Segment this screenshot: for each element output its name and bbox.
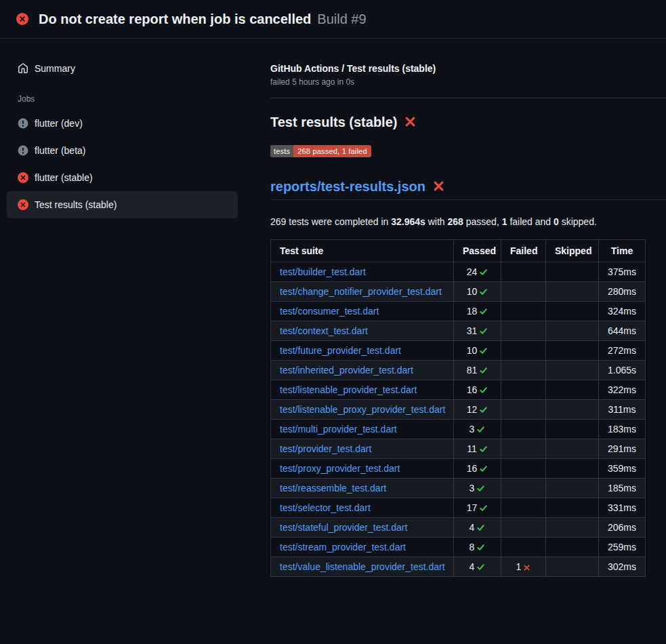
failed-cell — [501, 341, 546, 361]
table-row: test/proxy_provider_test.dart16359ms — [271, 459, 646, 479]
skipped-cell — [546, 498, 599, 518]
skipped-cell — [546, 538, 599, 557]
check-icon — [476, 484, 485, 493]
skipped-cell — [546, 262, 599, 282]
failed-cell — [501, 420, 546, 439]
summary-line: 269 tests were completed in 32.964s with… — [270, 216, 666, 227]
skipped-cell — [546, 557, 599, 577]
passed-cell: 4 — [454, 557, 501, 577]
sidebar-item-job[interactable]: flutter (dev) — [7, 110, 238, 137]
test-suite-link[interactable]: test/listenable_proxy_provider_test.dart — [280, 404, 445, 415]
time-cell: 259ms — [599, 538, 646, 557]
table-row: test/builder_test.dart24375ms — [271, 262, 646, 282]
test-suite-link[interactable]: test/context_test.dart — [280, 325, 368, 336]
failed-cell — [501, 262, 546, 282]
table-row: test/value_listenable_provider_test.dart… — [271, 557, 646, 577]
report-heading-row: reports/test-results.json — [270, 179, 666, 200]
column-header-passed: Passed — [454, 240, 501, 262]
passed-cell: 31 — [454, 321, 501, 341]
failed-cell: 1 — [501, 557, 546, 577]
test-suite-link[interactable]: test/listenable_provider_test.dart — [280, 384, 417, 395]
test-suite-link[interactable]: test/selector_test.dart — [280, 502, 371, 513]
run-status-line: failed 5 hours ago in 0s — [270, 77, 666, 87]
table-row: test/listenable_provider_test.dart16322m… — [271, 380, 646, 400]
job-list: flutter (dev)flutter (beta)flutter (stab… — [0, 110, 254, 218]
test-suite-link[interactable]: test/change_notifier_provider_test.dart — [280, 286, 442, 297]
time-cell: 272ms — [599, 341, 646, 361]
test-suite-link[interactable]: test/future_provider_test.dart — [280, 345, 401, 356]
time-cell: 1.065s — [599, 361, 646, 380]
skipped-cell — [546, 321, 599, 341]
failed-cell — [501, 459, 546, 479]
test-suite-link[interactable]: test/proxy_provider_test.dart — [280, 463, 400, 474]
time-cell: 322ms — [599, 380, 646, 400]
test-suite-link[interactable]: test/value_listenable_provider_test.dart — [280, 561, 445, 572]
total-time: 32.964s — [391, 216, 425, 227]
time-cell: 291ms — [599, 439, 646, 459]
table-row: test/consumer_test.dart18324ms — [271, 302, 646, 321]
suite-cell: test/listenable_provider_test.dart — [271, 380, 454, 400]
table-row: test/stream_provider_test.dart8259ms — [271, 538, 646, 557]
results-table: Test suite Passed Failed Skipped Time te… — [270, 239, 646, 577]
test-suite-link[interactable]: test/stream_provider_test.dart — [280, 542, 406, 552]
sidebar-item-job[interactable]: Test results (stable) — [7, 191, 238, 218]
test-suite-link[interactable]: test/reassemble_test.dart — [280, 483, 386, 494]
passed-cell: 8 — [454, 538, 501, 557]
divider — [270, 98, 666, 98]
table-row: test/stateful_provider_test.dart4206ms — [271, 518, 646, 538]
time-cell: 206ms — [599, 518, 646, 538]
table-row: test/change_notifier_provider_test.dart1… — [271, 282, 646, 302]
main-content: GitHub Actions / Test results (stable) f… — [254, 39, 666, 577]
failed-cell — [501, 498, 546, 518]
sidebar-item-summary[interactable]: Summary — [7, 55, 238, 82]
home-icon — [18, 63, 28, 74]
sidebar-item-job[interactable]: flutter (beta) — [7, 137, 238, 164]
time-cell: 302ms — [599, 557, 646, 577]
test-suite-link[interactable]: test/provider_test.dart — [280, 443, 371, 454]
passed-cell: 81 — [454, 361, 501, 380]
suite-cell: test/stateful_provider_test.dart — [271, 518, 454, 538]
section-title: Test results (stable) — [270, 115, 397, 130]
skipped-cell — [546, 380, 599, 400]
test-suite-link[interactable]: test/multi_provider_test.dart — [280, 424, 397, 435]
skipped-cell — [546, 282, 599, 302]
skipped-cell — [546, 420, 599, 439]
cross-mark-icon — [433, 180, 444, 194]
suite-cell: test/future_provider_test.dart — [271, 341, 454, 361]
passed-cell: 3 — [454, 479, 501, 498]
table-header-row: Test suite Passed Failed Skipped Time — [271, 240, 646, 262]
time-cell: 185ms — [599, 479, 646, 498]
test-suite-link[interactable]: test/stateful_provider_test.dart — [280, 522, 407, 533]
suite-cell: test/reassemble_test.dart — [271, 479, 454, 498]
check-icon — [479, 445, 488, 454]
time-cell: 331ms — [599, 498, 646, 518]
badge-label: tests — [270, 145, 293, 157]
failed-cell — [501, 400, 546, 420]
table-row: test/inherited_provider_test.dart811.065… — [271, 361, 646, 380]
passed-cell: 4 — [454, 518, 501, 538]
failed-x-circle-icon — [18, 199, 28, 210]
skipped-cell — [546, 361, 599, 380]
passed-cell: 10 — [454, 341, 501, 361]
table-row: test/selector_test.dart17331ms — [271, 498, 646, 518]
passed-cell: 18 — [454, 302, 501, 321]
suite-cell: test/selector_test.dart — [271, 498, 454, 518]
test-suite-link[interactable]: test/builder_test.dart — [280, 266, 366, 277]
section-title-row: Test results (stable) — [270, 115, 666, 130]
sidebar-item-job[interactable]: flutter (stable) — [7, 164, 238, 191]
page-title: Do not create report when job is cancell… — [39, 12, 367, 27]
failed-cell — [501, 361, 546, 380]
skipped-cell — [546, 400, 599, 420]
check-icon — [479, 405, 488, 414]
skipped-cell — [546, 479, 599, 498]
report-file-link[interactable]: reports/test-results.json — [270, 179, 425, 195]
suite-cell: test/context_test.dart — [271, 321, 454, 341]
badge-row: tests 268 passed, 1 failed — [270, 145, 666, 157]
test-suite-link[interactable]: test/inherited_provider_test.dart — [280, 365, 413, 376]
time-cell: 324ms — [599, 302, 646, 321]
passed-cell: 12 — [454, 400, 501, 420]
neutral-status-icon — [18, 118, 28, 129]
failed-count: 1 — [502, 216, 507, 227]
table-row: test/future_provider_test.dart10272ms — [271, 341, 646, 361]
test-suite-link[interactable]: test/consumer_test.dart — [280, 306, 379, 317]
